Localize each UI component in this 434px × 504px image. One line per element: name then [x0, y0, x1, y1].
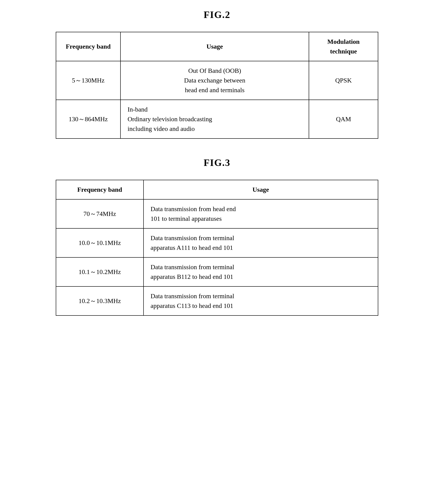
fig3-row1-usage-line2: 101 to terminal apparatuses: [151, 215, 222, 222]
fig3-table: Frequency band Usage 70～74MHz Data trans…: [56, 180, 378, 316]
fig3-row-1: 70～74MHz Data transmission from head end…: [56, 199, 378, 228]
fig2-row2-usage-line2: Ordinary television broadcasting: [128, 116, 212, 123]
fig3-row2-frequency: 10.0～10.1MHz: [56, 228, 143, 257]
fig3-table-wrapper: Frequency band Usage 70～74MHz Data trans…: [14, 180, 420, 316]
fig3-row1-usage: Data transmission from head end 101 to t…: [143, 199, 378, 228]
fig2-section: FIG.2 Frequency band Usage Modulation te…: [14, 9, 420, 139]
fig3-row3-usage-line1: Data transmission from terminal: [151, 263, 234, 270]
fig2-row2-frequency: 130～864MHz: [56, 100, 121, 138]
fig2-row-2: 130～864MHz In-band Ordinary television b…: [56, 100, 378, 138]
fig2-row1-usage-line2: Data exchange between: [184, 77, 245, 84]
fig3-title: FIG.3: [14, 157, 420, 168]
fig2-row1-usage: Out Of Band (OOB) Data exchange between …: [121, 61, 309, 100]
fig3-row1-usage-line1: Data transmission from head end: [151, 205, 236, 213]
fig2-table-wrapper: Frequency band Usage Modulation techniqu…: [14, 32, 420, 139]
fig2-row1-frequency: 5～130MHz: [56, 61, 121, 100]
fig2-row1-modulation: QPSK: [309, 61, 378, 100]
fig3-row3-usage: Data transmission from terminal apparatu…: [143, 257, 378, 287]
fig3-row4-usage: Data transmission from terminal apparatu…: [143, 287, 378, 315]
fig3-row-2: 10.0～10.1MHz Data transmission from term…: [56, 228, 378, 257]
fig2-row2-modulation: QAM: [309, 100, 378, 138]
fig3-row3-usage-line2: apparatus B112 to head end 101: [151, 273, 233, 280]
fig2-table: Frequency band Usage Modulation techniqu…: [56, 32, 378, 139]
fig3-row-3: 10.1～10.2MHz Data transmission from term…: [56, 257, 378, 287]
fig3-row2-usage: Data transmission from terminal apparatu…: [143, 228, 378, 257]
fig3-section: FIG.3 Frequency band Usage 70～74MHz Data…: [14, 157, 420, 316]
fig3-row2-usage-line2: apparatus A111 to head end 101: [151, 244, 233, 251]
fig2-row2-usage-line3: including video and audio: [128, 125, 195, 132]
fig2-row1-usage-line3: head end and terminals: [185, 86, 245, 94]
fig3-row2-usage-line1: Data transmission from terminal: [151, 234, 234, 242]
fig2-row1-usage-line1: Out Of Band (OOB): [188, 67, 241, 74]
fig3-row4-usage-line1: Data transmission from terminal: [151, 292, 234, 300]
fig3-row4-usage-line2: apparatus C113 to head end 101: [151, 302, 233, 309]
fig2-header-modulation: Modulation technique: [309, 32, 378, 61]
fig3-row-4: 10.2～10.3MHz Data transmission from term…: [56, 287, 378, 315]
fig3-header-frequency: Frequency band: [56, 180, 143, 199]
fig2-header-usage: Usage: [121, 32, 309, 61]
fig2-title: FIG.2: [14, 9, 420, 20]
fig2-header-row: Frequency band Usage Modulation techniqu…: [56, 32, 378, 61]
fig2-header-frequency: Frequency band: [56, 32, 121, 61]
fig2-row2-usage: In-band Ordinary television broadcasting…: [121, 100, 309, 138]
fig3-header-usage: Usage: [143, 180, 378, 199]
fig3-row4-frequency: 10.2～10.3MHz: [56, 287, 143, 315]
fig2-row-1: 5～130MHz Out Of Band (OOB) Data exchange…: [56, 61, 378, 100]
fig3-row1-frequency: 70～74MHz: [56, 199, 143, 228]
fig3-row3-frequency: 10.1～10.2MHz: [56, 257, 143, 287]
fig2-row2-usage-line1: In-band: [128, 106, 148, 113]
fig3-header-row: Frequency band Usage: [56, 180, 378, 199]
